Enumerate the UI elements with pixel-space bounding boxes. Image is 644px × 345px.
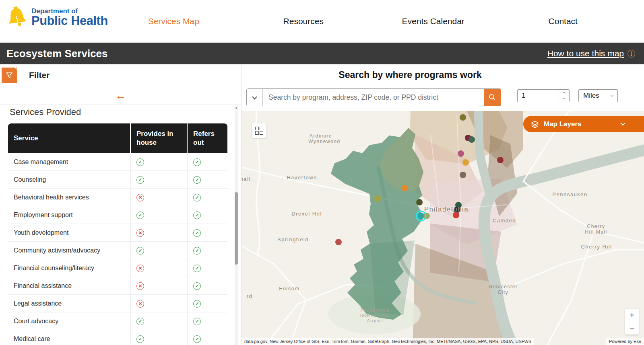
panel-scrollbar[interactable]: ▲ bbox=[235, 105, 238, 345]
top-navigation: Department of Public Health Services Map… bbox=[0, 0, 644, 43]
layers-icon bbox=[530, 120, 539, 129]
table-row: Community activism/advocacy✓✓ bbox=[8, 242, 227, 259]
check-icon: ✓ bbox=[193, 265, 201, 272]
logo-text: Department of Public Health bbox=[31, 8, 108, 27]
section-title: Services Provided bbox=[10, 107, 81, 117]
map-canvas[interactable]: ArdmoreWynnewoodnallHavertownDrexel Hill… bbox=[242, 111, 644, 345]
map-place-label: Hill Mall bbox=[585, 229, 607, 235]
check-icon: ✓ bbox=[136, 247, 144, 255]
service-name: Court advocacy bbox=[8, 312, 131, 330]
search-input[interactable] bbox=[263, 89, 484, 106]
zoom-out-button[interactable]: − bbox=[625, 322, 639, 335]
check-icon: ✓ bbox=[136, 335, 144, 343]
map-region: Search by where programs work 1 bbox=[242, 64, 644, 345]
program-point[interactable] bbox=[462, 159, 469, 166]
program-point[interactable] bbox=[460, 172, 466, 178]
check-icon: ✓ bbox=[193, 247, 201, 255]
check-icon: ✓ bbox=[193, 158, 201, 166]
logo-line2: Public Health bbox=[31, 14, 108, 27]
distance-stepper bbox=[559, 90, 569, 102]
program-point[interactable] bbox=[374, 195, 381, 202]
cross-icon: ✕ bbox=[136, 300, 144, 308]
program-point[interactable] bbox=[418, 213, 424, 219]
map-place-label: nall bbox=[242, 176, 251, 182]
map-place-label: Airport bbox=[367, 318, 383, 323]
nav-items: Services MapResourcesEvents CalendarCont… bbox=[109, 0, 628, 43]
map-place-label: Cherry bbox=[587, 224, 605, 229]
program-point[interactable] bbox=[469, 136, 475, 143]
filter-row: Filter bbox=[2, 68, 50, 83]
page-header-bar: Ecosystem Services How to use this map i bbox=[0, 43, 644, 64]
search-type-dropdown[interactable] bbox=[247, 89, 263, 106]
program-point[interactable] bbox=[460, 114, 466, 121]
program-point[interactable] bbox=[416, 199, 423, 205]
check-icon: ✓ bbox=[136, 212, 144, 219]
nav-item-events-calendar[interactable]: Events Calendar bbox=[368, 0, 498, 43]
map-place-label: Wynnewood bbox=[308, 139, 340, 144]
filter-count-badge bbox=[15, 66, 19, 70]
check-icon: ✓ bbox=[136, 176, 144, 184]
check-icon: ✓ bbox=[193, 335, 201, 343]
service-name: Legal assistance bbox=[8, 295, 131, 312]
stepper-down-button[interactable] bbox=[559, 96, 569, 102]
chevron-up-icon bbox=[563, 92, 566, 94]
services-provided-table: ServiceProvides in houseRefers out Case … bbox=[8, 123, 227, 345]
search-button[interactable] bbox=[484, 89, 501, 106]
search-row: 1 Miles bbox=[242, 88, 644, 107]
collapse-panel-arrow[interactable]: ← bbox=[115, 90, 126, 101]
search-heading: Search by where programs work bbox=[242, 70, 579, 80]
map-place-label: International bbox=[360, 313, 390, 318]
map-place-label: Ardmore bbox=[310, 133, 332, 139]
logo: Department of Public Health bbox=[6, 5, 108, 30]
filter-label: Filter bbox=[29, 70, 50, 80]
how-to-use-map-link[interactable]: How to use this map i bbox=[547, 49, 635, 58]
services-table-head-row: ServiceProvides in houseRefers out bbox=[8, 123, 227, 153]
map-place-label: Camden bbox=[493, 218, 516, 224]
map-place-label: Gloucester bbox=[488, 284, 518, 290]
table-row: Court advocacy✓✓ bbox=[8, 312, 227, 330]
map-place-label: Philadelphia bbox=[424, 205, 469, 213]
map-image: ArdmoreWynnewoodnallHavertownDrexel Hill… bbox=[242, 111, 644, 345]
distance-unit-value: Miles bbox=[583, 92, 599, 100]
basemap-grid-widget[interactable] bbox=[252, 123, 266, 138]
nav-item-resources[interactable]: Resources bbox=[239, 0, 369, 43]
service-name: Youth development bbox=[8, 224, 131, 242]
check-icon: ✓ bbox=[136, 318, 144, 325]
service-name: Employment support bbox=[8, 206, 131, 224]
help-link-label: How to use this map bbox=[547, 49, 624, 58]
nav-item-services-map[interactable]: Services Map bbox=[109, 0, 239, 43]
nav-item-contact[interactable]: Contact bbox=[498, 0, 628, 43]
program-point[interactable] bbox=[497, 157, 504, 163]
program-point[interactable] bbox=[402, 185, 408, 191]
table-row: Case management✓✓ bbox=[8, 153, 227, 171]
check-icon: ✓ bbox=[193, 229, 201, 237]
services-table-body: Case management✓✓Counseling✓✓Behavioral … bbox=[8, 153, 227, 345]
service-name: Behavioral health services bbox=[8, 189, 131, 206]
service-name: Case management bbox=[8, 153, 131, 171]
stepper-up-button[interactable] bbox=[559, 90, 569, 96]
table-row: Medical care✓✓ bbox=[8, 330, 227, 345]
filter-button[interactable] bbox=[2, 68, 17, 83]
zoom-control: + − bbox=[625, 309, 639, 335]
map-place-label: Springfield bbox=[277, 236, 309, 242]
program-point[interactable] bbox=[335, 239, 342, 245]
table-row: Financial counseling/literacy✕✓ bbox=[8, 259, 227, 277]
map-layers-button[interactable]: Map Layers bbox=[523, 116, 644, 132]
grid-icon bbox=[255, 127, 263, 135]
table-row: Behavioral health services✕✓ bbox=[8, 189, 227, 206]
distance-value: 1 bbox=[518, 90, 559, 102]
program-point[interactable] bbox=[458, 150, 464, 157]
zoom-in-button[interactable]: + bbox=[625, 309, 639, 322]
scrollbar-thumb[interactable] bbox=[235, 192, 238, 265]
check-icon: ✓ bbox=[193, 282, 201, 290]
table-row: Legal assistance✕✓ bbox=[8, 295, 227, 312]
program-point[interactable] bbox=[423, 213, 430, 219]
map-place-label: Drexel Hill bbox=[291, 211, 322, 217]
distance-input[interactable]: 1 bbox=[517, 89, 570, 102]
column-header: Refers out bbox=[188, 123, 227, 153]
table-row: Counseling✓✓ bbox=[8, 171, 227, 189]
distance-unit-select[interactable]: Miles bbox=[578, 89, 618, 102]
map-place-label: City bbox=[498, 290, 509, 295]
scrollbar-up-arrow[interactable]: ▲ bbox=[235, 106, 238, 109]
map-place-label: Pennsauken bbox=[552, 191, 587, 197]
